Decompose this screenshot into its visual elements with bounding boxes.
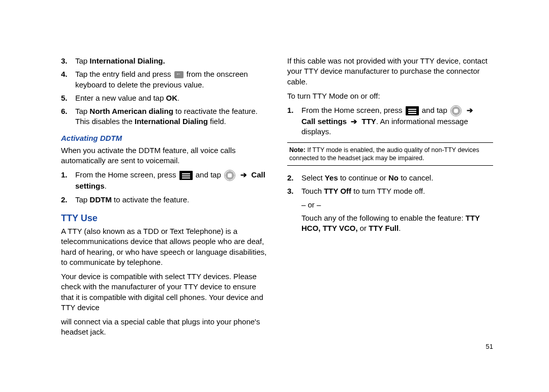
heading-activating-ddtm: Activating DDTM <box>61 133 267 143</box>
step-4: 4. Tap the entry field and press from th… <box>61 69 267 90</box>
tty-para-1: A TTY (also known as a TDD or Text Telep… <box>61 226 267 267</box>
ddtm-step-1: 1. From the Home screen, press and tap ➔… <box>61 170 267 191</box>
tty-enable-options: Touch any of the following to enable the… <box>287 213 493 234</box>
steps-tty-toggle: 1. From the Home screen, press and tap ➔… <box>287 105 493 137</box>
ddtm-intro: When you activate the DDTM feature, all … <box>61 145 267 166</box>
tty-cont-1: will connect via a special cable that pl… <box>61 317 267 338</box>
or-separator: – or – <box>301 200 493 210</box>
steps-ddtm: 1. From the Home screen, press and tap ➔… <box>61 170 267 205</box>
page-number: 51 <box>486 343 493 350</box>
gear-icon <box>224 170 235 181</box>
menu-icon <box>406 106 419 115</box>
note-box: Note: If TTY mode is enabled, the audio … <box>287 142 493 166</box>
ddtm-step-2: 2. Tap DDTM to activate the feature. <box>61 195 267 205</box>
steps-tty-select: 2. Select Yes to continue or No to cance… <box>287 173 493 197</box>
tty-toturn: To turn TTY Mode on or off: <box>287 91 493 101</box>
gear-icon <box>450 105 462 116</box>
manual-page: 3. Tap International Dialing. 4. Tap the… <box>0 0 549 361</box>
arrow-icon: ➔ <box>467 106 473 114</box>
step-5: 5. Enter a new value and tap OK. <box>61 93 267 103</box>
tty-step-1: 1. From the Home screen, press and tap ➔… <box>287 105 493 137</box>
tty-step-3: 3. Touch TTY Off to turn TTY mode off. <box>287 186 493 196</box>
delete-icon <box>174 71 184 78</box>
menu-icon <box>179 171 193 180</box>
arrow-icon: ➔ <box>351 117 357 126</box>
arrow-icon: ➔ <box>240 170 247 179</box>
heading-tty-use: TTY Use <box>61 212 267 224</box>
steps-international: 3. Tap International Dialing. 4. Tap the… <box>61 56 267 127</box>
tty-para-2: Your device is compatible with select TT… <box>61 272 267 313</box>
tty-cont-2: If this cable was not provided with your… <box>287 56 493 87</box>
step-6: 6. Tap North American dialing to reactiv… <box>61 106 267 127</box>
tty-step-2: 2. Select Yes to continue or No to cance… <box>287 173 493 183</box>
step-3: 3. Tap International Dialing. <box>61 56 267 66</box>
